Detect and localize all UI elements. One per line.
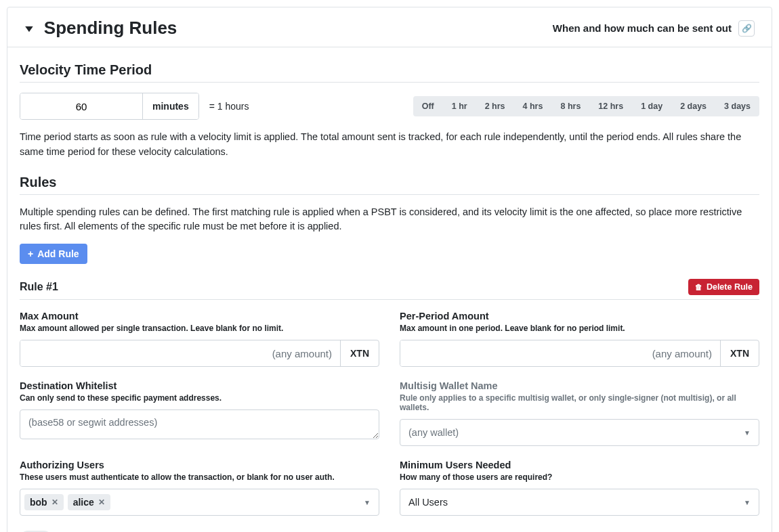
velocity-presets: Off 1 hr 2 hrs 4 hrs 8 hrs 12 hrs 1 day … [413,96,759,116]
add-rule-label: Add Rule [37,248,79,259]
trash-icon [695,282,702,292]
preset-1day[interactable]: 1 day [632,96,671,116]
whitelist-label: Destination Whitelist [20,380,379,391]
per-period-label: Per-Period Amount [400,311,759,322]
auth-users-select[interactable]: bob ✕ alice ✕ ▼ [20,489,379,516]
preset-3days[interactable]: 3 days [715,96,759,116]
per-period-input[interactable] [400,340,720,366]
per-period-unit: XTN [720,340,759,366]
spending-rules-panel: ▼ Spending Rules When and how much can b… [7,7,772,532]
min-users-select[interactable]: All Users ▼ [400,489,759,516]
link-icon: 🔗 [742,24,752,33]
panel-header: ▼ Spending Rules When and how much can b… [7,7,772,47]
rules-description: Multiple spending rules can be defined. … [20,205,759,235]
preset-2hrs[interactable]: 2 hrs [476,96,514,116]
panel-title: Spending Rules [44,18,177,39]
multisig-label: Multisig Wallet Name [400,380,759,391]
whitelist-field: Destination Whitelist Can only send to t… [20,380,379,446]
auth-users-label: Authorizing Users [20,460,379,470]
preset-2days[interactable]: 2 days [671,96,715,116]
delete-rule-button[interactable]: Delete Rule [688,279,759,295]
velocity-value-input[interactable] [20,93,142,119]
permalink-button[interactable]: 🔗 [738,20,755,37]
plus-icon [28,248,33,259]
max-amount-input[interactable] [20,340,340,366]
multisig-value: (any wallet) [408,427,459,438]
panel-subtitle: When and how much can be sent out [553,22,732,34]
velocity-description: Time period starts as soon as rule with … [20,130,759,160]
delete-rule-label: Delete Rule [707,282,753,292]
whitelist-textarea[interactable] [20,409,379,439]
velocity-heading: Velocity Time Period [20,62,759,83]
remove-tag-icon[interactable]: ✕ [98,497,105,507]
per-period-field: Per-Period Amount Max amount in one peri… [400,311,759,367]
velocity-equals-text: = 1 hours [209,101,249,112]
user-tag-label: alice [73,497,94,508]
preset-1hr[interactable]: 1 hr [443,96,476,116]
per-period-sub: Max amount in one period. Leave blank fo… [400,324,759,333]
preset-4hrs[interactable]: 4 hrs [514,96,552,116]
auth-users-field: Authorizing Users These users must authe… [20,460,379,516]
min-users-label: Minimum Users Needed [400,460,759,470]
add-rule-button[interactable]: Add Rule [20,244,87,264]
min-users-field: Minimum Users Needed How many of those u… [400,460,759,516]
min-users-value: All Users [408,497,448,508]
preset-8hrs[interactable]: 8 hrs [551,96,589,116]
whitelist-sub: Can only send to these specific payment … [20,393,379,403]
max-amount-unit: XTN [340,340,379,366]
preset-12hrs[interactable]: 12 hrs [589,96,632,116]
chevron-down-icon: ▼ [744,429,751,437]
preset-off[interactable]: Off [413,96,443,116]
max-amount-field: Max Amount Max amount allowed per single… [20,311,379,367]
chevron-down-icon: ▼ [364,499,371,506]
multisig-select[interactable]: (any wallet) ▼ [400,419,759,446]
velocity-unit-label: minutes [142,93,198,119]
multisig-field: Multisig Wallet Name Rule only applies t… [400,380,759,446]
user-tag-alice: alice ✕ [68,494,110,510]
collapse-icon[interactable]: ▼ [22,23,35,34]
user-tag-label: bob [30,497,47,508]
user-tag-bob: bob ✕ [24,494,64,510]
velocity-input-group: minutes [20,93,199,120]
multisig-sub: Rule only applies to a specific multisig… [400,393,759,412]
rule-1-title: Rule #1 [20,281,58,293]
rules-heading: Rules [20,175,759,195]
max-amount-label: Max Amount [20,311,379,322]
auth-users-sub: These users must authenticate to allow t… [20,472,379,482]
min-users-sub: How many of those users are required? [400,472,759,482]
remove-tag-icon[interactable]: ✕ [51,497,58,507]
chevron-down-icon: ▼ [744,499,751,506]
max-amount-sub: Max amount allowed per single transactio… [20,324,379,333]
